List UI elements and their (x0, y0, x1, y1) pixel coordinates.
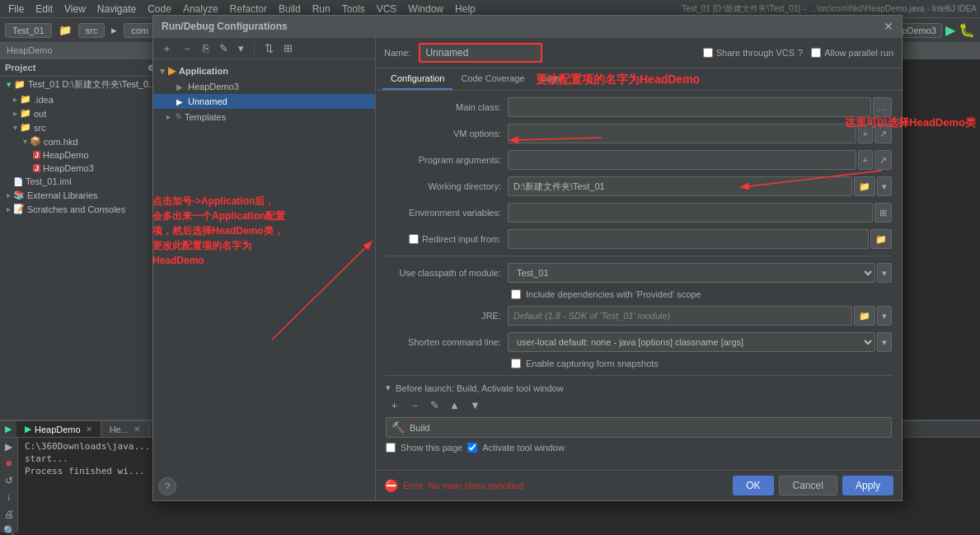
ok-button[interactable]: OK (733, 476, 773, 495)
working-dir-input[interactable] (508, 176, 852, 196)
run-debug-button[interactable]: 🐛 (959, 22, 975, 38)
tree-item-heapdemo[interactable]: J HeapDemo (0, 148, 160, 162)
env-vars-label: Environment variables: (386, 208, 501, 218)
remove-config-button[interactable]: － (179, 41, 196, 55)
bl-up-btn[interactable]: ▲ (446, 398, 463, 412)
main-class-input[interactable] (508, 97, 871, 117)
config-menu-button[interactable]: ▾ (235, 41, 247, 55)
sort-button[interactable]: ⇅ (261, 41, 277, 55)
menu-edit[interactable]: Edit (30, 2, 58, 16)
run-stop-btn[interactable]: ■ (2, 456, 16, 471)
shorten-cmd-arrow-btn[interactable]: ▾ (877, 332, 892, 352)
menu-build[interactable]: Build (274, 2, 306, 16)
main-class-row: Main class: … (386, 97, 892, 117)
toolbar-src[interactable]: src (78, 23, 106, 38)
activate-tool-checkbox[interactable] (467, 443, 477, 453)
allow-parallel-checkbox[interactable] (811, 48, 821, 58)
jre-browse-btn[interactable]: 📁 (854, 306, 875, 326)
tree-item-test01[interactable]: ▾ 📁 Test_01 D:\新建文件夹\Test_0... (0, 77, 160, 92)
redirect-input-browse-btn[interactable]: 📁 (870, 229, 892, 249)
env-vars-input[interactable] (508, 203, 873, 223)
program-args-arrow-btn[interactable]: ↗ (874, 150, 892, 170)
menu-view[interactable]: View (59, 2, 91, 16)
run-tab-heapdemo[interactable]: ▶ HeapDemo ✕ (16, 421, 101, 437)
run-print-btn[interactable]: 🖨 (2, 507, 16, 522)
run-icon[interactable]: ▶ (0, 421, 16, 437)
config-templates[interactable]: ▸ ✎ Templates (153, 109, 375, 124)
vm-options-expand-btn[interactable]: + (858, 124, 873, 143)
run-filter-btn[interactable]: 🔍 (2, 523, 16, 535)
main-class-browse-btn[interactable]: … (873, 97, 892, 117)
config-item-heapdemo3[interactable]: ▶ HeapDemo3 (153, 79, 375, 94)
bl-add-btn[interactable]: ＋ (386, 398, 403, 412)
tree-item-iml[interactable]: 📄 Test_01.iml (0, 175, 160, 188)
include-deps-label: Include dependencies with 'Provided' sco… (526, 289, 701, 299)
config-section-application: ▾ ▶ Application (153, 63, 375, 79)
config-item-unnamed[interactable]: ▶ Unnamed (153, 94, 375, 109)
name-input[interactable] (419, 43, 542, 63)
tree-item-ext-libs[interactable]: ▸ 📚 External Libraries (0, 188, 160, 202)
env-vars-browse-btn[interactable]: ⊞ (874, 203, 892, 223)
apply-button[interactable]: Apply (842, 476, 893, 495)
working-dir-arrow-btn[interactable]: ▾ (877, 176, 892, 196)
menu-analyze[interactable]: Analyze (178, 2, 223, 16)
menu-window[interactable]: Window (403, 2, 448, 16)
run-button[interactable]: ▶ (945, 22, 955, 38)
shorten-cmd-select[interactable]: user-local default: none - java [options… (508, 332, 875, 352)
menu-file[interactable]: File (3, 2, 29, 16)
show-page-checkbox[interactable] (386, 443, 396, 453)
redirect-input-input[interactable] (508, 229, 869, 249)
bl-edit-btn[interactable]: ✎ (427, 398, 443, 412)
enable-snapshots-checkbox[interactable] (511, 359, 521, 368)
scratches-folder-icon: 📝 (13, 204, 25, 214)
edit-templates-button[interactable]: ✎ (216, 41, 232, 55)
menu-vcs[interactable]: VCS (372, 2, 402, 16)
tab-code-coverage[interactable]: Code Coverage (452, 68, 532, 90)
menu-code[interactable]: Code (143, 2, 176, 16)
vm-options-input[interactable] (508, 124, 856, 143)
group-button[interactable]: ⊞ (280, 41, 296, 55)
program-args-expand-btn[interactable]: + (858, 150, 873, 170)
jre-input[interactable] (508, 306, 852, 326)
classpath-select[interactable]: Test_01 (508, 263, 875, 283)
tab-logs[interactable]: Logs (533, 68, 570, 90)
vm-options-arrow-btn[interactable]: ↗ (874, 124, 892, 143)
tree-item-scratches[interactable]: ▸ 📝 Scratches and Consoles (0, 202, 160, 216)
toolbar-com[interactable]: com (124, 23, 156, 38)
menu-refactor[interactable]: Refactor (225, 2, 272, 16)
run-tab-he[interactable]: He... ✕ (101, 422, 149, 437)
cancel-button[interactable]: Cancel (779, 476, 837, 495)
bl-remove-btn[interactable]: － (406, 398, 424, 412)
close-tab2-icon[interactable]: ✕ (134, 425, 140, 434)
menu-run[interactable]: Run (307, 2, 335, 16)
jre-arrow-btn[interactable]: ▾ (877, 306, 892, 326)
tree-item-com[interactable]: ▾ 📦 com.hkd (0, 134, 160, 148)
before-launch-header: ▾ Before launch: Build, Activate tool wi… (386, 382, 892, 393)
copy-config-button[interactable]: ⎘ (199, 41, 213, 55)
help-button[interactable]: ? (158, 477, 176, 495)
share-vcs-checkbox[interactable] (703, 48, 713, 58)
tree-item-idea[interactable]: ▸ 📁 .idea (0, 92, 160, 106)
tree-item-heapdemo3[interactable]: J HeapDemo3 (0, 162, 160, 175)
program-args-input[interactable] (508, 150, 856, 170)
tab-configuration[interactable]: Configuration (382, 68, 452, 90)
add-config-button[interactable]: ＋ (158, 41, 176, 55)
classpath-arrow-btn[interactable]: ▾ (877, 263, 892, 283)
before-launch-collapse-icon[interactable]: ▾ (386, 382, 391, 393)
run-play-btn[interactable]: ▶ (2, 439, 16, 454)
tree-item-src[interactable]: ▾ 📁 src (0, 120, 160, 134)
toolbar-project[interactable]: Test_01 (5, 23, 52, 38)
bl-down-btn[interactable]: ▼ (467, 398, 484, 412)
run-scroll-btn[interactable]: ↓ (2, 490, 16, 504)
dialog-close-button[interactable]: ✕ (884, 21, 893, 32)
include-deps-checkbox[interactable] (511, 289, 521, 299)
redirect-input-checkbox[interactable] (409, 234, 419, 244)
run-rerun-btn[interactable]: ↺ (2, 473, 16, 488)
menu-navigate[interactable]: Navigate (92, 2, 141, 16)
menu-tools[interactable]: Tools (337, 2, 370, 16)
working-dir-browse-btn[interactable]: 📁 (854, 176, 875, 196)
tree-item-out[interactable]: ▸ 📁 out (0, 106, 160, 120)
share-vcs-help-icon[interactable]: ? (798, 48, 803, 58)
menu-help[interactable]: Help (450, 2, 481, 16)
close-tab-icon[interactable]: ✕ (86, 425, 92, 434)
